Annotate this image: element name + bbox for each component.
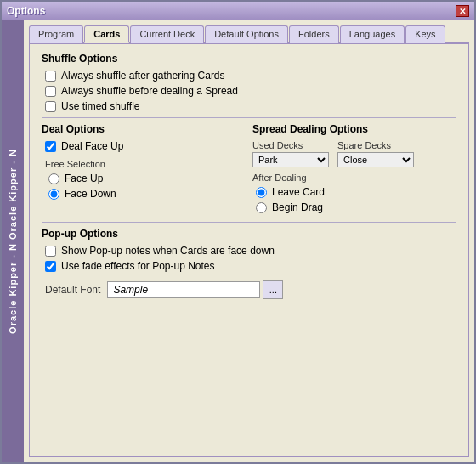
default-font-label: Default Font bbox=[45, 284, 100, 296]
free-selection-section: Free Selection Face Up Face Down bbox=[45, 159, 246, 200]
window-title: Options bbox=[7, 5, 45, 17]
popup-options-section: Pop-up Options Show Pop-up notes when Ca… bbox=[42, 228, 456, 299]
default-font-row: Default Font ... bbox=[45, 280, 456, 299]
default-font-input[interactable] bbox=[107, 281, 260, 298]
tab-cards[interactable]: Cards bbox=[84, 25, 129, 43]
cards-tab-panel: Shuffle Options Always shuffle after gat… bbox=[29, 44, 469, 457]
use-fade-effects-label: Use fade effects for Pop-up Notes bbox=[61, 260, 215, 272]
options-window: Options ✕ Oracle Kipper - N Oracle Kippe… bbox=[0, 0, 476, 464]
after-dealing-label: After Dealing bbox=[252, 173, 456, 183]
deal-face-up-label: Deal Face Up bbox=[61, 140, 123, 152]
leave-card-radio-label: Leave Card bbox=[272, 186, 325, 198]
free-selection-label: Free Selection bbox=[45, 159, 246, 169]
face-down-radio-row: Face Down bbox=[48, 188, 246, 200]
tab-default-options[interactable]: Default Options bbox=[205, 25, 288, 43]
shuffle-before-dealing-row: Always shuffle before dealing a Spread bbox=[45, 85, 456, 97]
tab-bar: Program Cards Current Deck Default Optio… bbox=[29, 25, 469, 44]
face-down-radio[interactable] bbox=[48, 189, 60, 200]
deal-face-up-checkbox[interactable] bbox=[45, 141, 56, 152]
begin-drag-radio[interactable] bbox=[256, 202, 267, 213]
used-decks-select[interactable]: Park Close bbox=[252, 152, 329, 167]
use-fade-effects-row: Use fade effects for Pop-up Notes bbox=[45, 260, 456, 272]
sidebar-text: Oracle Kipper - N Oracle Kipper - N bbox=[8, 149, 18, 334]
deal-spread-wrapper: Deal Options Deal Face Up Free Selection… bbox=[42, 123, 456, 217]
title-bar: Options ✕ bbox=[2, 2, 474, 20]
sidebar: Oracle Kipper - N Oracle Kipper - N bbox=[2, 20, 24, 462]
begin-drag-radio-label: Begin Drag bbox=[272, 201, 323, 213]
spare-decks-col: Spare Decks Close Park bbox=[337, 140, 414, 167]
spread-dealing-options-label: Spread Dealing Options bbox=[252, 123, 456, 135]
popup-options-label: Pop-up Options bbox=[42, 228, 456, 240]
tab-languages[interactable]: Languages bbox=[340, 25, 405, 43]
use-timed-shuffle-label: Use timed shuffle bbox=[61, 100, 140, 112]
begin-drag-radio-row: Begin Drag bbox=[256, 201, 456, 213]
face-up-radio[interactable] bbox=[48, 173, 60, 184]
show-popup-notes-label: Show Pop-up notes when Cards are face do… bbox=[61, 245, 275, 257]
used-decks-label: Used Decks bbox=[252, 140, 329, 150]
spread-dealing-options-col: Spread Dealing Options Used Decks Park C… bbox=[252, 123, 456, 217]
spare-decks-label: Spare Decks bbox=[337, 140, 414, 150]
face-down-radio-label: Face Down bbox=[65, 188, 116, 200]
window-body: Oracle Kipper - N Oracle Kipper - N Prog… bbox=[2, 20, 474, 462]
close-button[interactable]: ✕ bbox=[456, 5, 469, 17]
shuffle-before-dealing-label: Always shuffle before dealing a Spread bbox=[61, 85, 238, 97]
font-browse-button[interactable]: ... bbox=[263, 280, 283, 299]
show-popup-notes-row: Show Pop-up notes when Cards are face do… bbox=[45, 245, 456, 257]
face-up-radio-label: Face Up bbox=[65, 173, 103, 184]
used-decks-col: Used Decks Park Close bbox=[252, 140, 329, 167]
show-popup-notes-checkbox[interactable] bbox=[45, 246, 56, 257]
use-timed-shuffle-checkbox[interactable] bbox=[45, 101, 56, 112]
use-timed-shuffle-row: Use timed shuffle bbox=[45, 100, 456, 112]
deck-selects-group: Used Decks Park Close Spare Decks Close bbox=[252, 140, 456, 167]
tab-current-deck[interactable]: Current Deck bbox=[130, 25, 204, 43]
tab-program[interactable]: Program bbox=[29, 25, 83, 43]
spare-decks-select[interactable]: Close Park bbox=[337, 152, 414, 167]
tab-folders[interactable]: Folders bbox=[289, 25, 339, 43]
shuffle-after-gathering-label: Always shuffle after gathering Cards bbox=[61, 70, 225, 82]
shuffle-after-gathering-checkbox[interactable] bbox=[45, 71, 56, 82]
deal-face-up-row: Deal Face Up bbox=[45, 140, 246, 152]
shuffle-after-gathering-row: Always shuffle after gathering Cards bbox=[45, 70, 456, 82]
use-fade-effects-checkbox[interactable] bbox=[45, 261, 56, 272]
deal-options-label: Deal Options bbox=[42, 123, 246, 135]
deal-options-col: Deal Options Deal Face Up Free Selection… bbox=[42, 123, 246, 217]
face-up-radio-row: Face Up bbox=[48, 173, 246, 184]
tab-keys[interactable]: Keys bbox=[405, 25, 445, 43]
leave-card-radio-row: Leave Card bbox=[256, 186, 456, 198]
leave-card-radio[interactable] bbox=[256, 187, 267, 198]
main-content: Program Cards Current Deck Default Optio… bbox=[24, 20, 474, 462]
shuffle-options-label: Shuffle Options bbox=[42, 53, 456, 65]
shuffle-before-dealing-checkbox[interactable] bbox=[45, 86, 56, 97]
